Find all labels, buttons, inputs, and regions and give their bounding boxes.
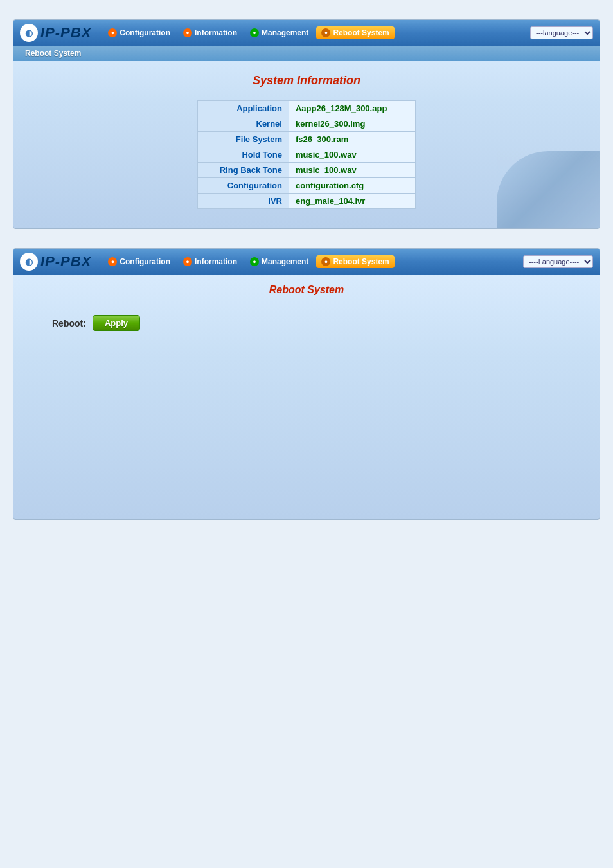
nav-icon-reboot: ● — [321, 28, 330, 37]
nav-icon-mgmt: ● — [250, 28, 259, 37]
table-cell-label: Hold Tone — [198, 147, 289, 163]
panel2-nav-reboot[interactable]: ● Reboot System — [316, 255, 394, 268]
subnav-reboot[interactable]: Reboot System — [20, 48, 86, 59]
panel2-header: ◐ IP-PBX ● Configuration ● Information ●… — [13, 249, 600, 275]
apply-button[interactable]: Apply — [93, 315, 140, 331]
panel2-logo-text: IP-PBX — [40, 253, 91, 270]
system-info-table: ApplicationAapp26_128M_300.appKernelkern… — [197, 100, 416, 209]
table-row: Hold Tonemusic_100.wav — [198, 147, 416, 163]
table-row: File Systemfs26_300.ram — [198, 132, 416, 147]
table-cell-value: kernel26_300.img — [289, 116, 415, 132]
table-cell-value: fs26_300.ram — [289, 132, 415, 147]
panel2-language-dropdown-area: ----Language---- — [523, 255, 593, 268]
table-cell-value: Aapp26_128M_300.app — [289, 101, 415, 116]
p2-nav-icon-config: ● — [108, 257, 117, 266]
panel-reboot: ◐ IP-PBX ● Configuration ● Information ●… — [13, 248, 600, 520]
p2-nav-icon-mgmt: ● — [250, 257, 259, 266]
table-cell-value: music_100.wav — [289, 163, 415, 178]
table-cell-label: IVR — [198, 194, 289, 209]
logo-text: IP-PBX — [40, 24, 91, 41]
panel1-header: ◐ IP-PBX ● Configuration ● Information ●… — [13, 20, 600, 46]
nav-management[interactable]: ● Management — [245, 26, 314, 39]
nav-icon-info: ● — [183, 28, 192, 37]
table-cell-value: configuration.cfg — [289, 178, 415, 194]
decorative-bg — [497, 151, 600, 228]
panel1-content: System Information ApplicationAapp26_128… — [13, 61, 600, 228]
reboot-row: Reboot: Apply — [33, 305, 580, 341]
table-cell-label: Configuration — [198, 178, 289, 194]
table-cell-value: eng_male_104.ivr — [289, 194, 415, 209]
panel2-logo-area: ◐ IP-PBX — [20, 253, 91, 271]
table-cell-label: Application — [198, 101, 289, 116]
nav-information[interactable]: ● Information — [178, 26, 242, 39]
nav-items: ● Configuration ● Information ● Manageme… — [103, 26, 525, 39]
nav-reboot[interactable]: ● Reboot System — [316, 26, 394, 39]
table-row: ApplicationAapp26_128M_300.app — [198, 101, 416, 116]
table-row: Kernelkernel26_300.img — [198, 116, 416, 132]
panel1-subnav: Reboot System — [13, 46, 600, 61]
table-cell-label: Kernel — [198, 116, 289, 132]
table-cell-label: File System — [198, 132, 289, 147]
nav-configuration[interactable]: ● Configuration — [103, 26, 175, 39]
table-row: Configurationconfiguration.cfg — [198, 178, 416, 194]
reboot-label: Reboot: — [52, 318, 86, 329]
panel2-logo-icon: ◐ — [20, 253, 38, 271]
system-info-title: System Information — [33, 74, 580, 87]
table-cell-value: music_100.wav — [289, 147, 415, 163]
panel-system-info: ◐ IP-PBX ● Configuration ● Information ●… — [13, 19, 600, 229]
p2-nav-icon-info: ● — [183, 257, 192, 266]
table-cell-label: Ring Back Tone — [198, 163, 289, 178]
panel2-content: Reboot System Reboot: Apply — [13, 275, 600, 519]
panel2-nav-information[interactable]: ● Information — [178, 255, 242, 268]
logo-icon: ◐ — [20, 24, 38, 42]
table-row: Ring Back Tonemusic_100.wav — [198, 163, 416, 178]
panel2-language-select[interactable]: ----Language---- — [523, 255, 593, 268]
p2-nav-icon-reboot: ● — [321, 257, 330, 266]
table-row: IVReng_male_104.ivr — [198, 194, 416, 209]
language-select[interactable]: ---language--- — [530, 26, 593, 39]
panel2-nav-management[interactable]: ● Management — [245, 255, 314, 268]
panel2-nav-configuration[interactable]: ● Configuration — [103, 255, 175, 268]
reboot-title: Reboot System — [33, 284, 580, 296]
panel2-nav-items: ● Configuration ● Information ● Manageme… — [103, 255, 518, 268]
logo-area: ◐ IP-PBX — [20, 24, 91, 42]
nav-icon-config: ● — [108, 28, 117, 37]
language-dropdown-area: ---language--- — [530, 26, 593, 39]
